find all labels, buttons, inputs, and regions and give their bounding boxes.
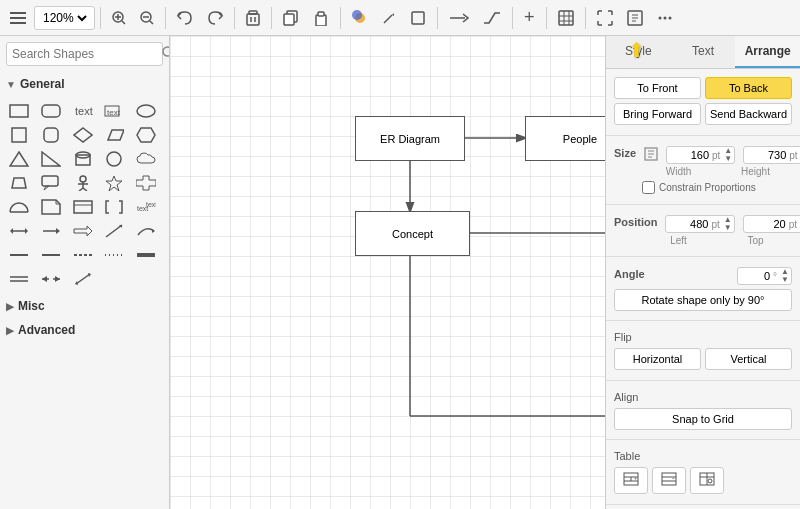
sep4 bbox=[271, 7, 272, 29]
panel-tabs: Style Text Arrange bbox=[606, 36, 800, 69]
arrow-button[interactable] bbox=[443, 7, 475, 29]
shape-person[interactable] bbox=[70, 172, 96, 194]
shape-dotted[interactable] bbox=[101, 244, 127, 266]
svg-text:+: + bbox=[634, 475, 638, 481]
section-general[interactable]: ▼ General bbox=[4, 72, 165, 96]
angle-input[interactable] bbox=[738, 268, 773, 284]
shape-half-circle[interactable] bbox=[6, 196, 32, 218]
copy-button[interactable] bbox=[277, 6, 305, 30]
search-icon[interactable] bbox=[162, 46, 170, 62]
bring-forward-button[interactable]: Bring Forward bbox=[614, 103, 701, 125]
node-people[interactable]: People bbox=[525, 116, 605, 161]
shape-parallelogram[interactable] bbox=[101, 124, 127, 146]
tab-text[interactable]: Text bbox=[671, 36, 736, 68]
height-input[interactable] bbox=[744, 147, 789, 163]
shape-cylinder[interactable] bbox=[70, 148, 96, 170]
paste-button[interactable] bbox=[307, 6, 335, 30]
shape-rt-triangle[interactable] bbox=[38, 148, 64, 170]
shape-lr-arrow[interactable] bbox=[38, 268, 64, 290]
shape-button[interactable] bbox=[404, 6, 432, 30]
flip-vertical-button[interactable]: Vertical bbox=[705, 348, 792, 370]
shape-line[interactable] bbox=[6, 244, 32, 266]
constrain-checkbox[interactable] bbox=[642, 181, 655, 194]
shape-circle[interactable] bbox=[101, 148, 127, 170]
shape-double-line[interactable] bbox=[6, 268, 32, 290]
shape-label[interactable]: text bbox=[101, 100, 127, 122]
shape-trapezoid[interactable] bbox=[6, 172, 32, 194]
more-button[interactable] bbox=[651, 6, 679, 30]
shape-callout[interactable] bbox=[38, 172, 64, 194]
table-button[interactable] bbox=[552, 6, 580, 30]
shape-triangle[interactable] bbox=[6, 148, 32, 170]
send-backward-button[interactable]: Send Backward bbox=[705, 103, 792, 125]
width-down[interactable]: ▼ bbox=[722, 155, 734, 163]
node-er-diagram[interactable]: ER Diagram bbox=[355, 116, 465, 161]
zoom-out-button[interactable] bbox=[134, 7, 160, 29]
to-back-button[interactable]: To Back bbox=[705, 77, 792, 99]
shape-star[interactable] bbox=[101, 172, 127, 194]
insert-button[interactable]: + bbox=[518, 3, 541, 32]
zoom-in-button[interactable] bbox=[106, 7, 132, 29]
shape-cloud[interactable] bbox=[133, 148, 159, 170]
zoom-select[interactable]: 50%75%100% 120%150%200% bbox=[39, 10, 90, 26]
order-section: To Front To Back Bring Forward Send Back… bbox=[606, 69, 800, 133]
canvas-area[interactable]: ER Diagram People Concept Matter Procedu… bbox=[170, 36, 605, 509]
shape-label2[interactable]: texttext bbox=[133, 196, 159, 218]
pen-button[interactable] bbox=[376, 7, 402, 29]
export-button[interactable] bbox=[621, 6, 649, 30]
left-down[interactable]: ▼ bbox=[722, 224, 734, 232]
tab-style[interactable]: Style bbox=[606, 36, 671, 68]
shape-diag-arrow2[interactable] bbox=[70, 268, 96, 290]
shape-diag-arrow[interactable] bbox=[101, 220, 127, 242]
table-options-button[interactable] bbox=[690, 467, 724, 494]
shape-hexagon[interactable] bbox=[133, 124, 159, 146]
shape-line2[interactable] bbox=[38, 244, 64, 266]
constrain-label[interactable]: Constrain Proportions bbox=[659, 182, 756, 193]
shape-bracket[interactable] bbox=[101, 196, 127, 218]
width-input[interactable] bbox=[667, 147, 712, 163]
advanced-arrow: ▶ bbox=[6, 325, 14, 336]
shape-rect[interactable] bbox=[6, 100, 32, 122]
connector-button[interactable] bbox=[477, 7, 507, 29]
section-advanced[interactable]: ▶ Advanced bbox=[4, 318, 165, 342]
zoom-control[interactable]: 50%75%100% 120%150%200% bbox=[34, 6, 95, 30]
shape-rect2[interactable] bbox=[70, 196, 96, 218]
shape-rounded-rect[interactable] bbox=[38, 100, 64, 122]
angle-down[interactable]: ▼ bbox=[779, 276, 791, 284]
table-insert-row-button[interactable]: + bbox=[614, 467, 648, 494]
menu-button[interactable] bbox=[4, 6, 32, 30]
top-input[interactable] bbox=[744, 216, 789, 232]
svg-point-42 bbox=[137, 105, 155, 117]
snap-to-grid-button[interactable]: Snap to Grid bbox=[614, 408, 792, 430]
node-concept[interactable]: Concept bbox=[355, 211, 470, 256]
flip-horizontal-button[interactable]: Horizontal bbox=[614, 348, 701, 370]
search-input[interactable] bbox=[12, 47, 162, 61]
shape-thick-line[interactable] bbox=[133, 244, 159, 266]
shape-cross[interactable] bbox=[133, 172, 159, 194]
shape-text[interactable]: text bbox=[70, 100, 96, 122]
svg-rect-0 bbox=[10, 12, 26, 14]
shape-square[interactable] bbox=[6, 124, 32, 146]
shape-arrow-double[interactable] bbox=[6, 220, 32, 242]
shape-note[interactable] bbox=[38, 196, 64, 218]
left-input[interactable] bbox=[666, 216, 711, 232]
shape-ellipse[interactable] bbox=[133, 100, 159, 122]
section-misc[interactable]: ▶ Misc bbox=[4, 294, 165, 318]
undo-button[interactable] bbox=[171, 7, 199, 29]
delete-button[interactable] bbox=[240, 6, 266, 30]
table-delete-row-button[interactable]: - bbox=[652, 467, 686, 494]
rotate-btn[interactable]: Rotate shape only by 90° bbox=[614, 289, 792, 311]
format-button[interactable] bbox=[346, 6, 374, 30]
to-front-button[interactable]: To Front bbox=[614, 77, 701, 99]
shape-rounded-sq[interactable] bbox=[38, 124, 64, 146]
shape-diamond[interactable] bbox=[70, 124, 96, 146]
fullscreen-button[interactable] bbox=[591, 6, 619, 30]
shape-arrow-curved[interactable] bbox=[133, 220, 159, 242]
shape-dashed[interactable] bbox=[70, 244, 96, 266]
flip-label: Flip bbox=[614, 331, 792, 343]
shape-arrow-right[interactable] bbox=[38, 220, 64, 242]
tab-arrange[interactable]: Arrange bbox=[735, 36, 800, 68]
redo-button[interactable] bbox=[201, 7, 229, 29]
svg-point-115 bbox=[708, 479, 712, 483]
shape-arrow-thick[interactable] bbox=[70, 220, 96, 242]
